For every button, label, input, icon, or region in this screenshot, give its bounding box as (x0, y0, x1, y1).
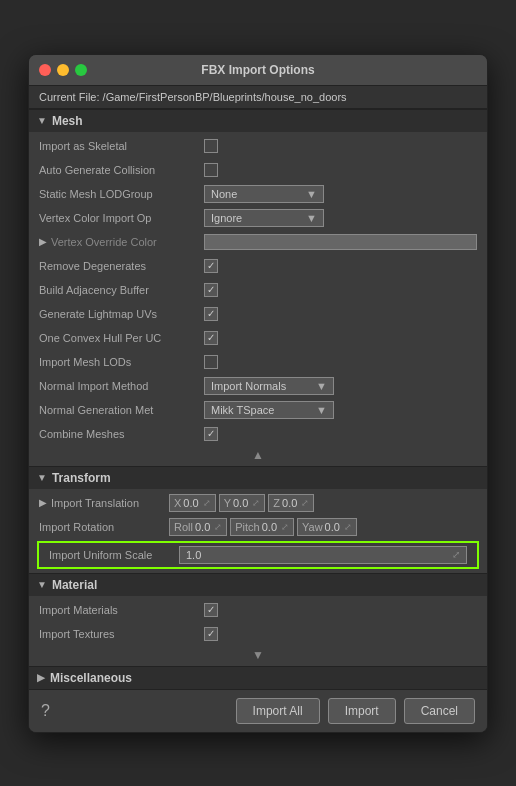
rotation-rpy: Roll 0.0 ⤢ Pitch 0.0 ⤢ Yaw 0.0 ⤢ (169, 518, 477, 536)
combine-meshes-label: Combine Meshes (39, 428, 204, 440)
normal-gen-select[interactable]: Mikk TSpace ▼ (204, 401, 334, 419)
mesh-lods-value (204, 355, 477, 369)
convex-hull-checkbox[interactable] (204, 331, 218, 345)
vertex-override-arrow: ▶ (39, 236, 47, 247)
import-rotation-row: Import Rotation Roll 0.0 ⤢ Pitch 0.0 ⤢ Y… (29, 515, 487, 539)
convex-hull-row: One Convex Hull Per UC (29, 326, 487, 350)
normal-gen-value: Mikk TSpace ▼ (204, 401, 477, 419)
mesh-section-header[interactable]: ▼ Mesh (29, 109, 487, 132)
import-skeletal-checkbox[interactable] (204, 139, 218, 153)
mesh-lods-checkbox[interactable] (204, 355, 218, 369)
import-translation-label: ▶ Import Translation (39, 497, 169, 509)
import-button[interactable]: Import (328, 698, 396, 724)
import-translation-row: ▶ Import Translation X 0.0 ⤢ Y 0.0 ⤢ (29, 491, 487, 515)
import-textures-row: Import Textures (29, 622, 487, 646)
convex-hull-label: One Convex Hull Per UC (39, 332, 204, 344)
lod-group-select[interactable]: None ▼ (204, 185, 324, 203)
scroll-down-icon: ▼ (252, 648, 264, 662)
material-section-header[interactable]: ▼ Material (29, 573, 487, 596)
vertex-color-caret: ▼ (306, 212, 317, 224)
normal-gen-label: Normal Generation Met (39, 404, 204, 416)
auto-collision-value (204, 163, 477, 177)
translation-arrow[interactable]: ▶ (39, 497, 47, 508)
build-adjacency-checkbox[interactable] (204, 283, 218, 297)
auto-collision-checkbox[interactable] (204, 163, 218, 177)
import-materials-row: Import Materials (29, 598, 487, 622)
normal-import-value: Import Normals ▼ (204, 377, 477, 395)
traffic-lights (39, 64, 87, 76)
lod-group-caret: ▼ (306, 188, 317, 200)
y-axis-label: Y (224, 497, 231, 509)
roll-expand-icon: ⤢ (214, 522, 222, 532)
mesh-lods-label: Import Mesh LODs (39, 356, 204, 368)
maximize-button[interactable] (75, 64, 87, 76)
translation-x[interactable]: X 0.0 ⤢ (169, 494, 216, 512)
mesh-lods-row: Import Mesh LODs (29, 350, 487, 374)
yaw-label: Yaw (302, 521, 323, 533)
uniform-scale-row: Import Uniform Scale 1.0 ⤢ (37, 541, 479, 569)
remove-degenerates-checkbox[interactable] (204, 259, 218, 273)
lightmap-uvs-checkbox[interactable] (204, 307, 218, 321)
cancel-button[interactable]: Cancel (404, 698, 475, 724)
normal-import-select-value: Import Normals (211, 380, 286, 392)
rotation-pitch[interactable]: Pitch 0.0 ⤢ (230, 518, 294, 536)
combine-meshes-checkbox[interactable] (204, 427, 218, 441)
convex-hull-value (204, 331, 477, 345)
scroll-up-icon: ▲ (252, 448, 264, 462)
scroll-down-indicator: ▼ (29, 646, 487, 664)
transform-collapse-arrow: ▼ (37, 472, 47, 483)
import-all-button[interactable]: Import All (236, 698, 320, 724)
translation-z[interactable]: Z 0.0 ⤢ (268, 494, 314, 512)
translation-xyz: X 0.0 ⤢ Y 0.0 ⤢ Z 0.0 ⤢ (169, 494, 477, 512)
vertex-color-value: Ignore ▼ (204, 209, 477, 227)
build-adjacency-label: Build Adjacency Buffer (39, 284, 204, 296)
rotation-pitch-value: 0.0 (262, 521, 277, 533)
normal-import-select[interactable]: Import Normals ▼ (204, 377, 334, 395)
lightmap-uvs-label: Generate Lightmap UVs (39, 308, 204, 320)
import-textures-checkbox[interactable] (204, 627, 218, 641)
pitch-expand-icon: ⤢ (281, 522, 289, 532)
rotation-yaw-value: 0.0 (325, 521, 340, 533)
translation-z-value: 0.0 (282, 497, 297, 509)
normal-import-row: Normal Import Method Import Normals ▼ (29, 374, 487, 398)
normal-gen-row: Normal Generation Met Mikk TSpace ▼ (29, 398, 487, 422)
vertex-color-select[interactable]: Ignore ▼ (204, 209, 324, 227)
vertex-override-row: ▶ Vertex Override Color (29, 230, 487, 254)
yaw-expand-icon: ⤢ (344, 522, 352, 532)
import-textures-value (204, 627, 477, 641)
auto-collision-label: Auto Generate Collision (39, 164, 204, 176)
transform-section-header[interactable]: ▼ Transform (29, 466, 487, 489)
misc-collapse-arrow: ▶ (37, 672, 45, 683)
mesh-collapse-arrow: ▼ (37, 115, 47, 126)
lod-group-row: Static Mesh LODGroup None ▼ (29, 182, 487, 206)
rotation-roll[interactable]: Roll 0.0 ⤢ (169, 518, 227, 536)
auto-collision-row: Auto Generate Collision (29, 158, 487, 182)
current-file-path: /Game/FirstPersonBP/Blueprints/house_no_… (103, 91, 347, 103)
normal-import-label: Normal Import Method (39, 380, 204, 392)
help-icon[interactable]: ? (41, 702, 50, 720)
translation-y[interactable]: Y 0.0 ⤢ (219, 494, 266, 512)
lod-group-value: None ▼ (204, 185, 477, 203)
close-button[interactable] (39, 64, 51, 76)
combine-meshes-row: Combine Meshes (29, 422, 487, 446)
transform-section-label: Transform (52, 471, 111, 485)
import-materials-checkbox[interactable] (204, 603, 218, 617)
lightmap-uvs-value (204, 307, 477, 321)
scroll-up-indicator: ▲ (29, 446, 487, 464)
window-title: FBX Import Options (201, 63, 314, 77)
x-axis-label: X (174, 497, 181, 509)
current-file-label: Current File: (39, 91, 100, 103)
uniform-scale-input[interactable]: 1.0 ⤢ (179, 546, 467, 564)
minimize-button[interactable] (57, 64, 69, 76)
import-skeletal-value (204, 139, 477, 153)
material-section-label: Material (52, 578, 97, 592)
rotation-yaw[interactable]: Yaw 0.0 ⤢ (297, 518, 357, 536)
x-expand-icon: ⤢ (203, 498, 211, 508)
uniform-scale-label: Import Uniform Scale (49, 549, 179, 561)
misc-section-header[interactable]: ▶ Miscellaneous (29, 666, 487, 689)
vertex-override-color-input[interactable] (204, 234, 477, 250)
normal-import-caret: ▼ (316, 380, 327, 392)
import-rotation-label: Import Rotation (39, 521, 169, 533)
uniform-scale-expand-icon: ⤢ (452, 549, 460, 560)
z-expand-icon: ⤢ (301, 498, 309, 508)
